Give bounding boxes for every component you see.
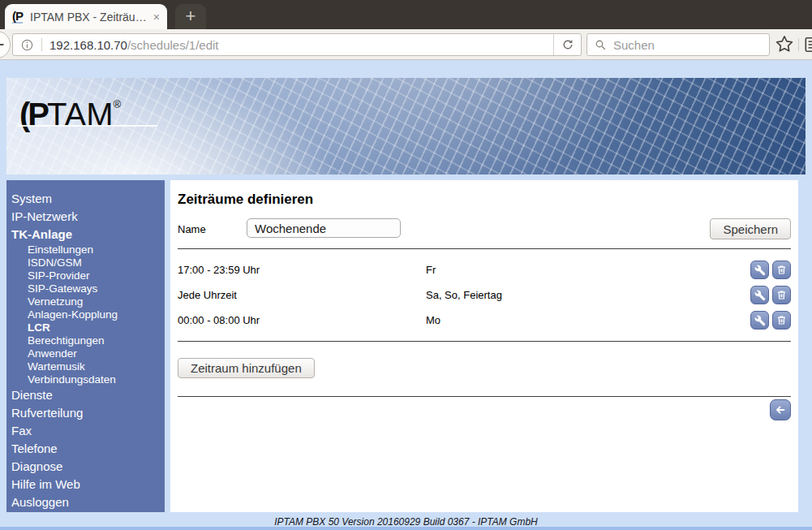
save-button[interactable]: Speichern xyxy=(710,218,791,239)
sidebar-item[interactable]: Wartemusik xyxy=(6,360,165,373)
delete-button[interactable] xyxy=(772,311,791,330)
separator xyxy=(178,396,791,397)
separator xyxy=(178,341,791,342)
main-panel: Zeiträume definieren Name Speichern 17:0… xyxy=(170,180,798,512)
sidebar-item[interactable]: Anlagen-Kopplung xyxy=(6,308,165,321)
back-arrow-icon xyxy=(774,403,787,416)
sidebar-item[interactable]: IP-Netzwerk xyxy=(6,208,165,226)
sidebar-item[interactable]: System xyxy=(6,190,165,208)
time-range-row: Jede Uhrzeit Sa, So, Feiertag xyxy=(178,282,791,308)
time-range-value: 17:00 - 23:59 Uhr xyxy=(178,264,426,276)
sidebar-item[interactable]: SIP-Provider xyxy=(6,269,165,282)
page-content: (PTAM® System IP-Netzwerk TK-Anlage Eins… xyxy=(0,60,812,530)
delete-button[interactable] xyxy=(772,286,791,304)
sidebar-item[interactable]: SIP-Gateways xyxy=(6,282,165,295)
reload-button[interactable] xyxy=(553,34,581,55)
time-range-value: Jede Uhrzeit xyxy=(178,289,426,301)
url-host: 192.168.10.70 xyxy=(49,38,127,52)
sidebar-item[interactable]: Verbindungsdaten xyxy=(6,373,165,386)
name-label: Name xyxy=(178,223,206,235)
days-value: Sa, So, Feiertag xyxy=(426,289,750,301)
reload-icon xyxy=(561,38,574,51)
sidebar-navigation: System IP-Netzwerk TK-Anlage Einstellung… xyxy=(6,180,165,512)
time-range-value: 00:00 - 08:00 Uhr xyxy=(178,314,426,326)
trash-icon xyxy=(775,314,788,326)
sidebar-item[interactable]: LCR xyxy=(6,321,165,334)
url-bar[interactable]: 192.168.10.70 /schedules/1/edit xyxy=(12,33,582,56)
sidebar-item[interactable]: Dienste xyxy=(6,386,165,404)
sidebar-item[interactable]: TK-Anlage xyxy=(6,226,165,243)
iptam-favicon-icon: (P xyxy=(12,10,23,24)
tab-bar: (P IPTAM PBX - Zeiträu… × + xyxy=(0,0,812,29)
trash-icon xyxy=(775,289,788,301)
name-form-row: Name Speichern xyxy=(178,218,791,240)
time-range-row: 00:00 - 08:00 Uhr Mo xyxy=(178,308,791,333)
sidebar-item[interactable]: Telefone xyxy=(6,440,165,458)
back-button[interactable] xyxy=(0,31,11,58)
library-icon[interactable] xyxy=(803,36,812,57)
days-value: Mo xyxy=(426,314,750,326)
iptam-banner: (PTAM® xyxy=(6,78,806,175)
sidebar-item[interactable]: Hilfe im Web xyxy=(6,476,165,493)
wrench-icon xyxy=(754,290,766,301)
browser-toolbar: 192.168.10.70 /schedules/1/edit xyxy=(0,29,812,60)
time-range-row: 17:00 - 23:59 Uhr Fr xyxy=(178,257,791,282)
separator xyxy=(178,248,791,249)
add-time-range-button[interactable]: Zeitraum hinzufügen xyxy=(178,358,315,378)
back-arrow-icon xyxy=(0,38,6,51)
search-bar[interactable] xyxy=(586,33,770,56)
browser-window: (P IPTAM PBX - Zeiträu… × + 192.168.10.7… xyxy=(0,0,812,530)
new-tab-button[interactable]: + xyxy=(175,4,206,29)
sidebar-item[interactable]: Diagnose xyxy=(6,458,165,476)
search-input[interactable] xyxy=(613,38,769,52)
sidebar-item[interactable]: Vernetzung xyxy=(6,295,165,308)
url-path: /schedules/1/edit xyxy=(127,38,219,52)
sidebar-item[interactable]: Anwender xyxy=(6,347,165,360)
days-value: Fr xyxy=(426,264,750,276)
wrench-icon xyxy=(754,315,766,326)
time-range-list: 17:00 - 23:59 Uhr Fr xyxy=(178,257,791,333)
version-footer: IPTAM PBX 50 Version 20160929 Build 0367… xyxy=(0,516,812,528)
delete-button[interactable] xyxy=(772,261,791,279)
edit-button[interactable] xyxy=(750,311,769,330)
page-back-button[interactable] xyxy=(770,399,791,420)
sidebar-item[interactable]: Ausloggen xyxy=(6,493,165,511)
star-icon xyxy=(775,35,793,53)
bottom-strip xyxy=(0,527,812,530)
sidebar-item[interactable]: Einstellungen xyxy=(6,243,165,256)
schedule-name-input[interactable] xyxy=(247,218,401,238)
tab-active[interactable]: (P IPTAM PBX - Zeiträu… × xyxy=(5,4,167,29)
page-title: Zeiträume definieren xyxy=(178,192,791,208)
trash-icon xyxy=(775,264,788,276)
tab-title: IPTAM PBX - Zeiträu… xyxy=(30,11,150,24)
toolbar-divider xyxy=(798,38,799,51)
sidebar-item[interactable]: Fax xyxy=(6,422,165,440)
tab-close-icon[interactable]: × xyxy=(153,11,160,24)
url-divider xyxy=(41,38,42,51)
wrench-icon xyxy=(754,265,766,276)
site-info-icon[interactable] xyxy=(20,38,34,52)
sidebar-item[interactable]: Rufverteilung xyxy=(6,404,165,422)
bookmark-star-button[interactable] xyxy=(775,35,793,56)
sidebar-item[interactable]: Berechtigungen xyxy=(6,334,165,347)
search-icon xyxy=(595,39,607,51)
edit-button[interactable] xyxy=(750,286,769,304)
logo-underline xyxy=(18,125,157,127)
edit-button[interactable] xyxy=(750,261,769,279)
sidebar-item[interactable]: ISDN/GSM xyxy=(6,256,165,269)
